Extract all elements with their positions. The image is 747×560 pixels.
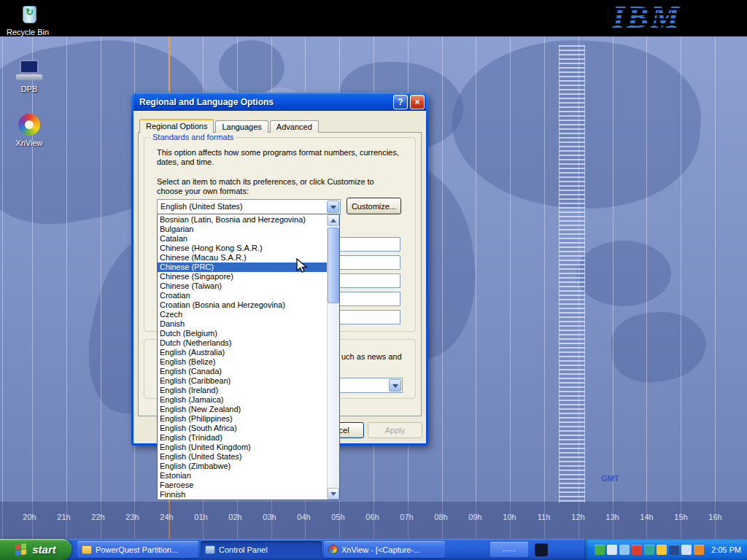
language-option[interactable]: English (Ireland) bbox=[158, 386, 327, 395]
timezone-label: 13h bbox=[604, 513, 621, 521]
taskbar-overflow-button[interactable]: ---- bbox=[490, 542, 528, 557]
date-line-band bbox=[559, 45, 585, 503]
language-option[interactable]: English (Trinidad) bbox=[158, 433, 327, 443]
language-option[interactable]: Chinese (Taiwan) bbox=[158, 281, 327, 291]
timezone-label: 08h bbox=[433, 513, 449, 521]
language-option[interactable]: Croatian (Bosnia and Herzegovina) bbox=[158, 300, 327, 310]
language-option[interactable]: Faeroese bbox=[158, 481, 327, 490]
dialog-tab[interactable]: Regional Options bbox=[139, 119, 214, 133]
timezone-label: 04h bbox=[295, 513, 312, 521]
language-option[interactable]: Dutch (Netherlands) bbox=[158, 338, 327, 348]
language-option[interactable]: Estonian bbox=[158, 471, 327, 481]
timezone-label: 02h bbox=[227, 513, 244, 521]
language-option[interactable]: English (Caribbean) bbox=[158, 376, 327, 386]
laptop-base bbox=[16, 74, 42, 80]
language-option[interactable]: Dutch (Belgium) bbox=[158, 329, 327, 338]
taskbar-task-button[interactable]: XnView - [<Capture-... bbox=[324, 541, 445, 558]
tray-icon-update[interactable] bbox=[657, 545, 667, 555]
desktop-icon-label: XnView bbox=[15, 139, 42, 147]
timezone-label: 21h bbox=[55, 513, 72, 521]
tray-icon-display[interactable] bbox=[644, 545, 654, 555]
chevron-down-icon[interactable] bbox=[327, 201, 339, 213]
timezone-label: 07h bbox=[398, 513, 415, 521]
tray-icon-antivirus[interactable] bbox=[632, 545, 642, 555]
mouse-cursor bbox=[296, 258, 312, 274]
dialog-tab[interactable]: Advanced bbox=[270, 120, 319, 133]
language-option[interactable]: Finnish bbox=[158, 490, 327, 499]
timezone-label: 10h bbox=[501, 513, 518, 521]
timezone-label: 06h bbox=[364, 513, 381, 521]
scroll-up-button[interactable] bbox=[328, 214, 339, 226]
tray-icon-security[interactable] bbox=[694, 545, 704, 555]
arrow-up-icon bbox=[330, 216, 336, 222]
language-option[interactable]: English (Philippines) bbox=[158, 414, 327, 424]
tray-icon-volume[interactable] bbox=[607, 545, 617, 555]
gmt-label: GMT bbox=[601, 474, 619, 483]
language-option[interactable]: Bosnian (Latin, Bosnia and Herzegovina) bbox=[158, 215, 327, 225]
language-option[interactable]: English (Belize) bbox=[158, 357, 327, 367]
timezone-label: 05h bbox=[330, 513, 347, 521]
timezone-label: 16h bbox=[707, 513, 724, 521]
start-button[interactable]: start bbox=[0, 539, 71, 560]
language-option[interactable]: English (Jamaica) bbox=[158, 395, 327, 405]
system-tray: 2:05 PM bbox=[584, 539, 747, 560]
language-option[interactable]: English (United States) bbox=[158, 452, 327, 462]
start-label: start bbox=[32, 543, 56, 556]
timezone-label: 09h bbox=[467, 513, 484, 521]
laptop-screen bbox=[20, 60, 39, 74]
help-button[interactable]: ? bbox=[393, 95, 408, 109]
timezone-label: 23h bbox=[124, 513, 141, 521]
language-option[interactable]: Chinese (Hong Kong S.A.R.) bbox=[158, 244, 327, 253]
timezone-label: 24h bbox=[158, 513, 175, 521]
language-option[interactable]: English (Zimbabwe) bbox=[158, 462, 327, 471]
language-option[interactable]: English (New Zealand) bbox=[158, 405, 327, 414]
recycle-bin-icon[interactable]: ↻ bbox=[19, 3, 41, 26]
timezone-label: 22h bbox=[90, 513, 107, 521]
language-option[interactable]: English (Canada) bbox=[158, 367, 327, 376]
tray-icon-power[interactable] bbox=[669, 545, 679, 555]
tray-icon-network[interactable] bbox=[619, 545, 630, 555]
taskbar-task-button[interactable]: Control Panel bbox=[201, 541, 322, 558]
dialog-tab[interactable]: Languages bbox=[215, 120, 268, 133]
language-option[interactable]: Croatian bbox=[158, 291, 327, 300]
language-option[interactable]: Catalan bbox=[158, 234, 327, 244]
timezone-label: 15h bbox=[673, 513, 689, 521]
language-option[interactable]: Danish bbox=[158, 319, 327, 329]
language-option[interactable]: English (South Africa) bbox=[158, 424, 327, 433]
close-button[interactable]: × bbox=[410, 95, 425, 109]
task-label: XnView - [<Capture-... bbox=[341, 545, 420, 554]
timezone-label: 14h bbox=[638, 513, 655, 521]
group-title: Standards and formats bbox=[150, 133, 236, 141]
scroll-down-button[interactable] bbox=[328, 488, 339, 499]
timezone-label: 11h bbox=[535, 513, 552, 521]
format-select[interactable]: English (United States) bbox=[157, 199, 341, 214]
windows-flag-icon bbox=[15, 543, 28, 556]
standards-instruction: Select an item to match its preferences,… bbox=[157, 177, 399, 196]
chevron-down-icon[interactable] bbox=[389, 379, 401, 392]
timezone-label: 12h bbox=[570, 513, 587, 521]
tray-icon-messenger[interactable] bbox=[681, 545, 692, 555]
language-option[interactable]: Czech bbox=[158, 310, 327, 319]
desktop-icon-dpb[interactable]: DPB bbox=[3, 60, 55, 95]
taskbar-clock[interactable]: 2:05 PM bbox=[711, 545, 741, 554]
dialog-titlebar[interactable]: Regional and Language Options ? × bbox=[133, 93, 426, 111]
tray-icon-safely-remove[interactable] bbox=[595, 545, 605, 555]
scrollbar[interactable] bbox=[327, 214, 339, 499]
language-option[interactable]: Bulgarian bbox=[158, 225, 327, 234]
language-dropdown-list: Bosnian (Latin, Bosnia and Herzegovina)B… bbox=[157, 214, 340, 500]
tab-label: Advanced bbox=[276, 122, 312, 131]
taskbar-task-button[interactable]: PowerQuest Partition... bbox=[77, 541, 198, 558]
language-option[interactable]: English (Australia) bbox=[158, 348, 327, 357]
task-label: PowerQuest Partition... bbox=[96, 545, 178, 554]
desktop-icon-xnview[interactable]: XnView bbox=[3, 114, 55, 149]
language-option[interactable]: English (United Kingdom) bbox=[158, 443, 327, 452]
taskbar-unknown-icon[interactable] bbox=[535, 543, 548, 556]
scrollbar-thumb[interactable] bbox=[328, 228, 339, 303]
taskbar: start PowerQuest Partition... Control Pa… bbox=[0, 539, 747, 560]
tab-label: Languages bbox=[222, 122, 261, 131]
customize-button[interactable]: Customize... bbox=[347, 198, 401, 214]
apply-button[interactable]: Apply bbox=[368, 422, 422, 438]
desktop-icon-label: DPB bbox=[21, 85, 38, 93]
location-text-fragment: uch as news and bbox=[341, 352, 402, 361]
dialog-title: Regional and Language Options bbox=[139, 97, 391, 107]
